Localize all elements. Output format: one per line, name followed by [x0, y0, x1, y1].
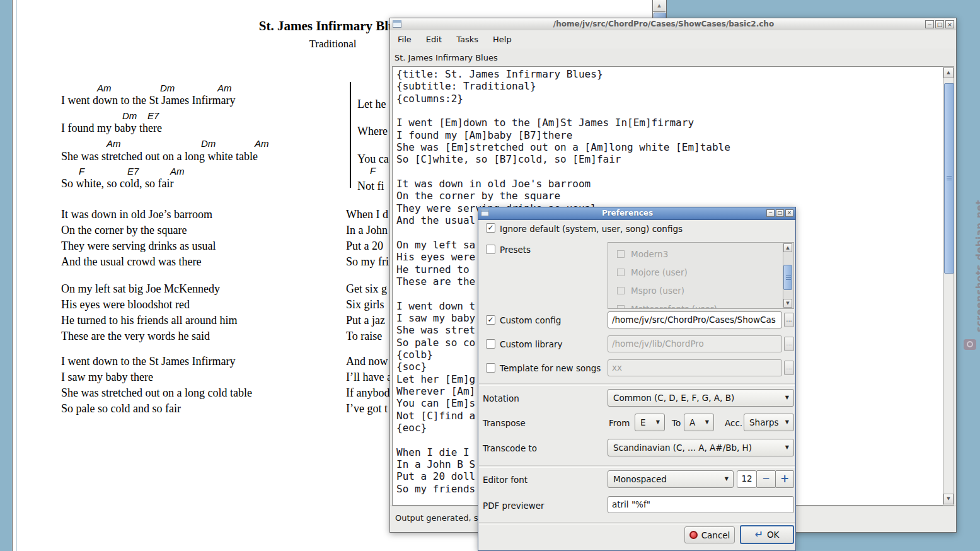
close-button[interactable]: × — [945, 20, 954, 28]
chord: E7 — [147, 110, 159, 121]
transpose-label: Transpose — [483, 418, 526, 428]
chord: Am — [97, 83, 112, 93]
divider — [479, 383, 795, 386]
transpose-to-dropdown[interactable]: A ▼ — [684, 414, 714, 431]
lyric-line: Get six g — [346, 282, 387, 296]
chord: Am — [255, 138, 269, 149]
lyric-line: These are the very words he said — [61, 330, 210, 343]
accidentals-dropdown[interactable]: Sharps ▼ — [744, 414, 794, 431]
tab-label: St. James Infirmary Blues — [395, 53, 498, 62]
chevron-down-icon: ▼ — [785, 414, 789, 431]
lyric-line: Let he — [357, 98, 386, 111]
list-scrollbar[interactable]: ▲ ▼ — [783, 243, 793, 308]
list-item: Mspro (user) — [617, 284, 684, 297]
minimize-button[interactable]: − — [925, 20, 934, 28]
divider — [479, 465, 795, 468]
chevron-down-icon: ▼ — [785, 390, 789, 406]
ignore-default-checkbox[interactable]: ✓ — [486, 223, 495, 233]
pdf-previewer-label: PDF previewer — [483, 501, 545, 511]
custom-config-browse-button[interactable]: ... — [784, 313, 794, 327]
preset-checkbox — [617, 250, 625, 258]
window-title: /home/jv/src/ChordPro/Cases/ShowCases/ba… — [409, 20, 918, 28]
template-checkbox[interactable] — [486, 363, 495, 373]
minimize-button[interactable]: − — [766, 209, 775, 217]
font-size-increase-button[interactable]: + — [775, 470, 794, 488]
lyric-line: Six girls — [346, 298, 384, 311]
transcode-label: Transcode to — [483, 443, 537, 453]
close-button[interactable]: × — [785, 209, 793, 217]
menu-tasks[interactable]: Tasks — [451, 30, 484, 49]
scroll-up-icon[interactable]: ▲ — [783, 243, 792, 252]
custom-library-checkbox[interactable] — [486, 339, 495, 349]
presets-label: Presets — [500, 245, 531, 255]
camera-icon — [964, 339, 976, 350]
accidentals-label: Acc. — [725, 418, 742, 428]
editor-titlebar[interactable]: /home/jv/src/ChordPro/Cases/ShowCases/ba… — [390, 18, 956, 31]
tab-song[interactable]: St. James Infirmary Blues — [390, 49, 956, 66]
custom-config-label: Custom config — [500, 315, 561, 325]
chord: E7 — [127, 166, 139, 177]
divider — [479, 522, 795, 525]
preferences-dialog: Preferences − □ × ✓ Ignore default (syst… — [478, 207, 796, 551]
template-browse-button: ... — [784, 361, 794, 375]
chord: Dm — [201, 138, 216, 149]
ok-button[interactable]: ↵ OK — [740, 525, 794, 544]
transcode-dropdown[interactable]: Scandinavian (C, ... A, A#/Bb, H) ▼ — [608, 439, 794, 456]
page-edge — [16, 0, 17, 551]
lyric-line: On the corner by the square — [61, 224, 187, 237]
maximize-button[interactable]: □ — [776, 209, 784, 217]
dialog-body: ✓ Ignore default (system, user, song) co… — [478, 219, 795, 550]
list-item: Modern3 — [617, 248, 668, 260]
cancel-icon — [689, 531, 698, 539]
lyric-line: And now — [346, 355, 388, 368]
scroll-up-icon[interactable]: ▲ — [653, 0, 666, 12]
thumb-grip — [947, 176, 952, 181]
list-item: Msttcorefonts (user) — [617, 303, 717, 309]
chorus-indent-bar — [350, 82, 351, 188]
maximize-button[interactable]: □ — [935, 20, 944, 28]
thumb-grip — [786, 276, 791, 281]
status-text: Output generated, s — [395, 513, 478, 523]
chord: F — [79, 166, 84, 177]
chevron-down-icon: ▼ — [785, 439, 789, 456]
font-size-decrease-button[interactable]: − — [756, 470, 776, 488]
lyric-line: Put a 20 — [346, 240, 383, 253]
chord: Dm — [122, 110, 137, 121]
lyric-line: I went down to the St James Infirmary — [61, 355, 235, 368]
editor-font-dropdown[interactable]: Monospaced ▼ — [608, 470, 734, 488]
dialog-title: Preferences — [497, 209, 758, 218]
window-icon — [481, 209, 489, 216]
cancel-button[interactable]: Cancel — [684, 526, 735, 543]
presets-checkbox[interactable] — [486, 245, 495, 254]
lyric-line: To raise — [346, 330, 382, 343]
lyric-line: His eyes were bloodshot red — [61, 298, 190, 311]
font-size-field[interactable]: 12 — [737, 470, 757, 488]
editor-font-label: Editor font — [483, 475, 527, 485]
menu-file[interactable]: File — [392, 30, 417, 49]
transpose-from-dropdown[interactable]: E ▼ — [635, 414, 665, 431]
notation-dropdown[interactable]: Common (C, D, E, F, G, A, B) ▼ — [608, 389, 794, 407]
editor-scrollbar[interactable]: ▲ ▼ — [943, 66, 954, 506]
menu-help[interactable]: Help — [487, 30, 517, 49]
scrollbar-thumb[interactable] — [783, 265, 792, 290]
window-icon — [393, 20, 401, 28]
scrollbar-thumb[interactable] — [944, 83, 954, 274]
scroll-down-icon[interactable]: ▼ — [943, 494, 954, 504]
custom-config-field[interactable]: /home/jv/src/ChordPro/Cases/ShowCas — [608, 311, 782, 328]
chord: Dm — [160, 83, 175, 93]
preset-checkbox — [617, 287, 625, 294]
menu-edit[interactable]: Edit — [420, 30, 447, 49]
lyric-line: I saw my baby there — [61, 371, 153, 384]
desktop: St. James Infirmary Blues Traditional Am… — [0, 0, 980, 551]
scroll-down-icon[interactable]: ▼ — [783, 299, 792, 308]
lyric-line: Not fi — [357, 180, 384, 193]
lyric-line: In a John — [346, 224, 388, 237]
pdf-previewer-field[interactable]: atril "%f" — [608, 496, 794, 513]
chord: Am — [107, 138, 121, 149]
dialog-titlebar[interactable]: Preferences − □ × — [478, 207, 795, 220]
scroll-up-icon[interactable]: ▲ — [943, 67, 954, 78]
lyric-line: When I d — [346, 208, 388, 221]
lyric-line: On my left sat big Joe McKennedy — [61, 282, 220, 296]
custom-config-checkbox[interactable]: ✓ — [486, 315, 495, 325]
chord: F — [370, 165, 376, 176]
